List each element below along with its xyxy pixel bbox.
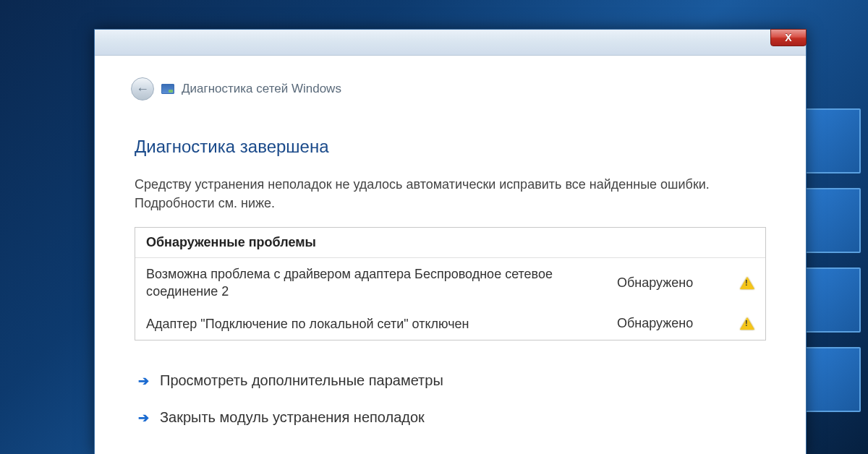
problems-header: Обнаруженные проблемы — [135, 228, 765, 258]
problem-row: Адаптер "Подключение по локальной сети" … — [135, 308, 765, 340]
close-icon: X — [785, 32, 791, 43]
back-arrow-icon: ← — [136, 82, 149, 97]
content-area: Диагностика завершена Средству устранени… — [95, 108, 806, 436]
problems-box: Обнаруженные проблемы Возможна проблема … — [135, 227, 766, 340]
problem-status: Обнаружено — [617, 275, 733, 291]
app-icon — [161, 84, 174, 94]
action-view-more[interactable]: ➔ Просмотреть дополнительные параметры — [135, 362, 766, 399]
summary-text: Средству устранения неполадок не удалось… — [135, 175, 766, 213]
problem-description: Адаптер "Подключение по локальной сети" … — [146, 315, 617, 333]
app-title: Диагностика сетей Windows — [182, 82, 341, 96]
problem-row: Возможна проблема с драйвером адаптера Б… — [135, 258, 765, 308]
action-label: Закрыть модуль устранения неполадок — [160, 409, 425, 426]
arrow-right-icon: ➔ — [138, 373, 149, 389]
problem-description: Возможна проблема с драйвером адаптера Б… — [146, 265, 617, 301]
warning-icon — [740, 317, 754, 330]
close-button[interactable]: X — [770, 29, 807, 46]
action-label: Просмотреть дополнительные параметры — [160, 372, 443, 389]
problem-status: Обнаружено — [617, 316, 733, 331]
titlebar: X — [95, 30, 806, 56]
back-button[interactable]: ← — [131, 77, 154, 100]
arrow-right-icon: ➔ — [138, 410, 149, 426]
diagnostics-window: X ← Диагностика сетей Windows Диагностик… — [94, 29, 807, 454]
action-list: ➔ Просмотреть дополнительные параметры ➔… — [135, 362, 766, 436]
page-heading: Диагностика завершена — [135, 137, 766, 157]
action-close-troubleshooter[interactable]: ➔ Закрыть модуль устранения неполадок — [135, 399, 766, 436]
header-row: ← Диагностика сетей Windows — [95, 56, 806, 108]
warning-icon — [740, 277, 754, 289]
